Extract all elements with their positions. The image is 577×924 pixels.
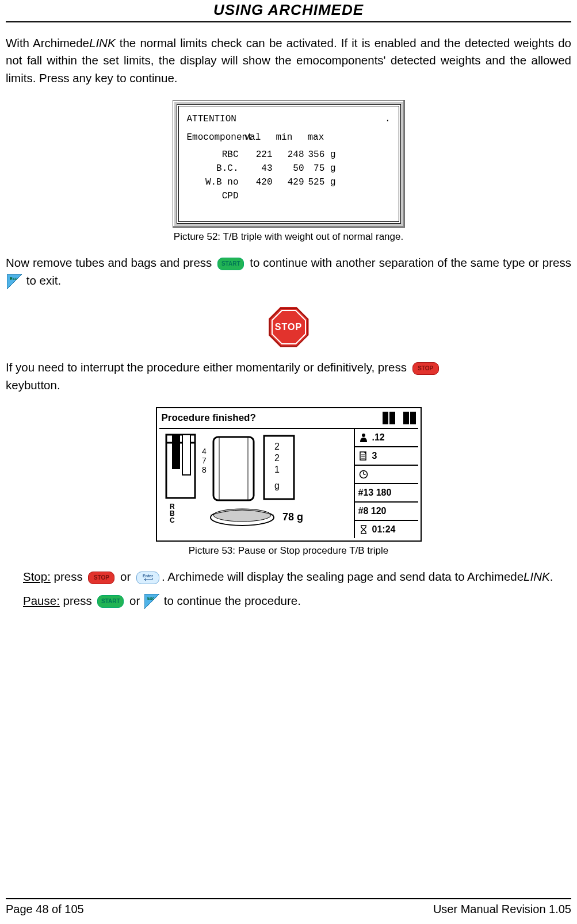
picture-52-caption: Picture 52: T/B triple with weight out o…: [6, 231, 571, 243]
hourglass-icon: [358, 525, 369, 534]
page-footer: Page 48 of 105 User Manual Revision 1.05: [6, 898, 571, 916]
barcode-icon: [383, 412, 416, 424]
table-row: RBC 221 248 356 g: [187, 148, 391, 162]
cell: 75 g: [308, 162, 339, 175]
stat-row: #13 180: [355, 484, 418, 503]
p2c: to exit.: [26, 274, 61, 287]
p2b: to continue with another separation of t…: [250, 256, 571, 269]
procedure-finished-screen: Procedure finished? R B C: [156, 407, 422, 542]
pause-b: or: [129, 594, 143, 607]
stat-row: #8 120: [355, 503, 418, 521]
svg-text:78 g: 78 g: [282, 511, 303, 523]
stop-e: .: [550, 570, 553, 583]
stop-link: LINK: [523, 570, 550, 583]
p2a: Now remove tubes and bags and press: [6, 256, 215, 269]
p3a: If you need to interrupt the procedure e…: [6, 361, 410, 374]
svg-text:Esc: Esc: [10, 277, 17, 281]
stop-sign-icon: STOP: [269, 307, 309, 347]
svg-text:8: 8: [202, 465, 207, 474]
person-icon: [358, 433, 369, 442]
pause-c: to continue the procedure.: [164, 594, 301, 607]
document-icon: [358, 451, 369, 461]
stat-row: 3: [355, 447, 418, 466]
svg-text:2: 2: [274, 453, 280, 463]
start-key-icon: START: [97, 595, 124, 608]
svg-rect-6: [172, 435, 180, 469]
svg-text:Esc: Esc: [147, 596, 155, 600]
cell: 50: [276, 162, 308, 175]
esc-key-icon: Esc: [146, 595, 158, 608]
header-rule: [6, 21, 571, 22]
stat-value: #13 180: [358, 488, 392, 498]
cell: B.C.: [187, 162, 244, 175]
hdr-emocomponent: Emocomponent: [187, 131, 244, 144]
enter-key-icon: Enter: [136, 572, 159, 584]
pause-a: press: [60, 594, 95, 607]
cell: 525 g: [308, 175, 339, 203]
stat-value: 3: [372, 451, 377, 461]
table-row: W.B no CPD 420 429 525 g: [187, 175, 391, 203]
hdr-val: val: [244, 131, 276, 144]
pause-label: Pause:: [23, 594, 60, 607]
cell: RBC: [187, 148, 244, 162]
procedure-right-panel: .12 3 #13 180: [354, 428, 418, 538]
intro-t1a: With Archimede: [6, 36, 89, 49]
stop-key-icon: STOP: [88, 572, 114, 584]
attention-header-row: Emocomponent val min max: [187, 131, 391, 148]
svg-point-23: [213, 509, 271, 522]
procedure-finished-title: Procedure finished?: [162, 412, 256, 424]
start-key-icon: START: [217, 258, 244, 270]
stat-row: [355, 466, 418, 484]
table-row: B.C. 43 50 75 g: [187, 162, 391, 175]
stat-row: .12: [355, 429, 418, 447]
intro-paragraph: With ArchimedeLINK the normal limits che…: [6, 34, 571, 87]
stat-row: 01:24: [355, 521, 418, 538]
stat-value: #8 120: [358, 506, 387, 516]
stat-value: 01:24: [372, 524, 396, 535]
stop-instruction: Stop: press STOP or Enter . Archimede wi…: [6, 568, 571, 586]
stop-key-icon: STOP: [412, 362, 439, 375]
stat-value: .12: [372, 432, 385, 443]
remove-bags-paragraph: Now remove tubes and bags and press STAR…: [6, 254, 571, 290]
page-title: USING ARCHIMEDE: [6, 0, 571, 21]
footer-revision: User Manual Revision 1.05: [433, 903, 571, 916]
esc-key-icon: Esc: [8, 275, 21, 288]
attention-dot: .: [385, 112, 391, 126]
cell: 248: [276, 148, 308, 162]
p3b: keybutton.: [6, 378, 60, 392]
cell: 221: [244, 148, 276, 162]
stop-c: . Archimede will display the sealing pag…: [162, 570, 523, 583]
svg-text:4: 4: [202, 447, 207, 456]
pause-instruction: Pause: press START or Esc to continue th…: [6, 592, 571, 610]
stop-a: press: [51, 570, 86, 583]
stop-label: Stop:: [23, 570, 51, 583]
footer-page: Page 48 of 105: [6, 903, 84, 916]
hdr-max: max: [308, 131, 339, 144]
cell: W.B no CPD: [187, 175, 244, 203]
hdr-min: min: [276, 131, 308, 144]
svg-point-25: [362, 434, 365, 437]
stop-b: or: [120, 570, 134, 583]
interrupt-paragraph: If you need to interrupt the procedure e…: [6, 359, 571, 394]
picture-53-caption: Picture 53: Pause or Stop procedure T/B …: [6, 545, 571, 557]
stop-sign-label: STOP: [275, 322, 302, 332]
procedure-left-panel: R B C 4 7 8 2 2: [159, 428, 354, 538]
attention-screen: ATTENTION . Emocomponent val min max RBC…: [173, 100, 405, 228]
svg-rect-7: [182, 435, 190, 475]
cell: 43: [244, 162, 276, 175]
svg-text:1: 1: [274, 465, 280, 474]
cell: 429: [276, 175, 308, 203]
svg-text:7: 7: [202, 456, 207, 465]
clock-icon: [358, 470, 369, 479]
cell: 420: [244, 175, 276, 203]
attention-label: ATTENTION: [187, 112, 236, 126]
svg-text:g: g: [274, 481, 280, 490]
intro-link: LINK: [89, 36, 116, 49]
svg-text:2: 2: [274, 442, 280, 451]
cell: 356 g: [308, 148, 339, 162]
svg-text:C: C: [170, 516, 175, 524]
